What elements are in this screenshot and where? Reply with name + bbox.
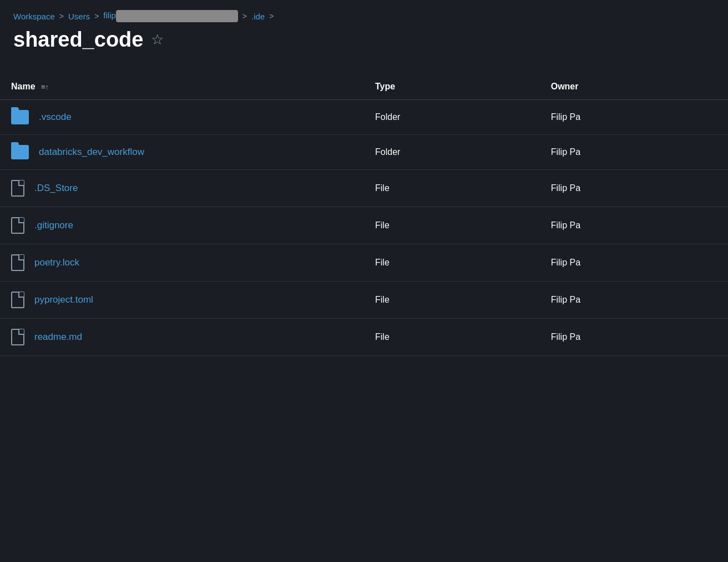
table-row[interactable]: .vscodeFolderFilip Pa bbox=[0, 100, 728, 135]
table-row[interactable]: readme.mdFileFilip Pa bbox=[0, 319, 728, 356]
page-title: shared_code bbox=[13, 28, 143, 52]
file-type: Folder bbox=[364, 135, 540, 170]
breadcrumb-sep-4: > bbox=[269, 12, 274, 21]
breadcrumb-sep-3: > bbox=[242, 12, 247, 21]
file-icon bbox=[11, 180, 24, 197]
table-body: .vscodeFolderFilip Padatabricks_dev_work… bbox=[0, 100, 728, 356]
file-name-link[interactable]: readme.md bbox=[34, 332, 82, 343]
table-row[interactable]: .DS_StoreFileFilip Pa bbox=[0, 170, 728, 207]
file-name-link[interactable]: .gitignore bbox=[34, 220, 73, 231]
file-name-link[interactable]: poetry.lock bbox=[34, 257, 79, 268]
folder-icon bbox=[11, 110, 29, 124]
file-type: File bbox=[364, 207, 540, 244]
file-type: File bbox=[364, 282, 540, 319]
breadcrumb-users[interactable]: Users bbox=[68, 12, 90, 21]
file-icon bbox=[11, 217, 24, 234]
file-type: File bbox=[364, 319, 540, 356]
sort-icon: ≡↑ bbox=[41, 83, 49, 91]
column-header-name[interactable]: Name ≡↑ bbox=[0, 75, 364, 100]
file-owner: Filip Pa bbox=[540, 170, 728, 207]
header: Workspace > Users > filip > .ide > share… bbox=[0, 0, 728, 58]
favorite-star-icon[interactable]: ☆ bbox=[151, 31, 164, 48]
column-header-owner[interactable]: Owner bbox=[540, 75, 728, 100]
table-row[interactable]: .gitignoreFileFilip Pa bbox=[0, 207, 728, 244]
table-row[interactable]: databricks_dev_workflowFolderFilip Pa bbox=[0, 135, 728, 170]
breadcrumb-sep-1: > bbox=[59, 12, 64, 21]
column-header-type[interactable]: Type bbox=[364, 75, 540, 100]
file-owner: Filip Pa bbox=[540, 100, 728, 135]
file-table: Name ≡↑ Type Owner .vscodeFolderFilip Pa… bbox=[0, 75, 728, 356]
file-icon bbox=[11, 254, 24, 271]
table-header: Name ≡↑ Type Owner bbox=[0, 75, 728, 100]
breadcrumb-workspace[interactable]: Workspace bbox=[13, 12, 55, 21]
file-name-link[interactable]: pyproject.toml bbox=[34, 294, 93, 305]
file-name-link[interactable]: .DS_Store bbox=[34, 183, 78, 194]
breadcrumb-sep-2: > bbox=[94, 12, 99, 21]
file-name-link[interactable]: .vscode bbox=[39, 112, 72, 123]
breadcrumb-ide[interactable]: .ide bbox=[251, 12, 265, 21]
file-owner: Filip Pa bbox=[540, 207, 728, 244]
file-owner: Filip Pa bbox=[540, 282, 728, 319]
file-owner: Filip Pa bbox=[540, 135, 728, 170]
page-title-row: shared_code ☆ bbox=[13, 28, 715, 52]
breadcrumb: Workspace > Users > filip > .ide > bbox=[13, 10, 715, 22]
file-owner: Filip Pa bbox=[540, 244, 728, 282]
file-icon bbox=[11, 292, 24, 308]
redacted-name bbox=[116, 10, 238, 22]
file-type: File bbox=[364, 170, 540, 207]
folder-icon bbox=[11, 145, 29, 159]
file-owner: Filip Pa bbox=[540, 319, 728, 356]
file-icon bbox=[11, 329, 24, 345]
table-row[interactable]: poetry.lockFileFilip Pa bbox=[0, 244, 728, 282]
file-type: File bbox=[364, 244, 540, 282]
breadcrumb-filip[interactable]: filip bbox=[103, 10, 238, 22]
table-row[interactable]: pyproject.tomlFileFilip Pa bbox=[0, 282, 728, 319]
file-type: Folder bbox=[364, 100, 540, 135]
file-name-link[interactable]: databricks_dev_workflow bbox=[39, 147, 144, 158]
